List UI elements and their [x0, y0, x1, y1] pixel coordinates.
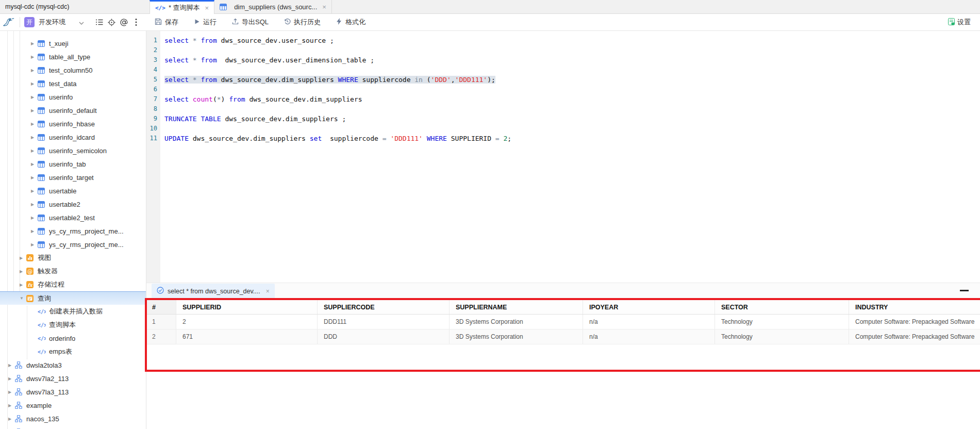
table-cell[interactable]: Technology: [715, 315, 849, 329]
chevron-collapsed-icon[interactable]: ▶: [31, 229, 38, 234]
chevron-expanded-icon[interactable]: ▼: [20, 296, 26, 301]
sidebar-item-cutoff[interactable]: ▶: [0, 425, 146, 429]
chevron-collapsed-icon[interactable]: ▶: [31, 148, 38, 153]
code-line[interactable]: UPDATE dws_source_dev.dim_suppliers set …: [160, 134, 980, 143]
table-row[interactable]: 2671DDD3D Systems Corporationn/aTechnolo…: [147, 329, 980, 344]
chevron-collapsed-icon[interactable]: ▶: [20, 283, 26, 287]
at-link-icon[interactable]: [118, 16, 129, 28]
sidebar-item-test_data[interactable]: ▶test_data: [0, 77, 146, 90]
chevron-collapsed-icon[interactable]: ▶: [8, 390, 15, 394]
sidebar-item-查询[interactable]: ▼查询: [0, 291, 146, 305]
sidebar-item-userinfo_default[interactable]: ▶userinfo_default: [0, 104, 146, 117]
chevron-collapsed-icon[interactable]: ▶: [31, 55, 38, 59]
sidebar-item-dwsla2tola3[interactable]: ▶dwsla2tola3: [0, 358, 146, 372]
sidebar-item-orderinfo[interactable]: </>orderinfo: [0, 332, 146, 345]
sidebar-item-usertable[interactable]: ▶usertable: [0, 184, 146, 197]
chevron-collapsed-icon[interactable]: ▶: [31, 68, 38, 73]
sidebar-item-userinfo_semicolon[interactable]: ▶userinfo_semicolon: [0, 144, 146, 157]
sidebar-item-视图[interactable]: ▶视图: [0, 251, 146, 265]
chevron-collapsed-icon[interactable]: ▶: [31, 41, 38, 46]
chevron-collapsed-icon[interactable]: ▶: [8, 417, 15, 421]
sidebar-item-userinfo_target[interactable]: ▶userinfo_target: [0, 171, 146, 184]
column-header[interactable]: SUPPLIERID: [176, 300, 317, 314]
chevron-collapsed-icon[interactable]: ▶: [20, 269, 26, 274]
chevron-collapsed-icon[interactable]: ▶: [31, 162, 38, 167]
code-area[interactable]: select * from dws_source_dev.user_source…: [160, 31, 980, 283]
table-cell[interactable]: 3D Systems Corporation: [449, 329, 583, 344]
sidebar-item-dwsv7la2_113[interactable]: ▶dwsv7la2_113: [0, 372, 146, 385]
sidebar-item-ys_cy_rms_project_me...[interactable]: ▶ys_cy_rms_project_me...: [0, 238, 146, 251]
close-icon[interactable]: ×: [322, 3, 326, 11]
sidebar-item-nacos_135[interactable]: ▶nacos_135: [0, 412, 146, 425]
table-cell[interactable]: DDD111: [317, 315, 449, 329]
chevron-collapsed-icon[interactable]: ▶: [31, 189, 38, 193]
sidebar-item-dwsv7la3_113[interactable]: ▶dwsv7la3_113: [0, 385, 146, 399]
code-line[interactable]: [160, 65, 980, 75]
column-header[interactable]: #: [147, 300, 176, 314]
env-selector[interactable]: 开发环境: [39, 18, 65, 27]
close-icon[interactable]: ×: [266, 288, 270, 295]
sidebar-item-查询脚本[interactable]: </>查询脚本: [0, 318, 146, 332]
chevron-collapsed-icon[interactable]: ▶: [31, 108, 38, 113]
sidebar-item-触发器[interactable]: ▶@触发器: [0, 265, 146, 278]
column-header[interactable]: SUPPLIERCODE: [317, 300, 449, 314]
chevron-collapsed-icon[interactable]: ▶: [31, 216, 38, 220]
table-cell[interactable]: n/a: [583, 315, 715, 329]
sidebar-item-userinfo_idcard[interactable]: ▶userinfo_idcard: [0, 130, 146, 144]
sidebar-item-usertable2[interactable]: ▶usertable2: [0, 197, 146, 211]
table-cell[interactable]: 2: [176, 315, 317, 329]
sidebar-item-table_all_type[interactable]: ▶table_all_type: [0, 50, 146, 63]
code-line[interactable]: [160, 45, 980, 55]
table-cell[interactable]: Computer Software: Prepackaged Software: [849, 315, 980, 329]
sidebar-item-ys_cy_rms_project_me...[interactable]: ▶ys_cy_rms_project_me...: [0, 224, 146, 238]
column-header[interactable]: SECTOR: [715, 300, 849, 314]
chevron-collapsed-icon[interactable]: ▶: [8, 376, 15, 381]
locate-target-icon[interactable]: [106, 16, 117, 28]
chevron-down-icon[interactable]: [79, 18, 84, 27]
table-cell[interactable]: 2: [147, 329, 176, 344]
table-cell[interactable]: 1: [147, 315, 176, 329]
chevron-collapsed-icon[interactable]: ▶: [8, 403, 15, 408]
sidebar-item-userinfo_tab[interactable]: ▶userinfo_tab: [0, 157, 146, 171]
list-icon[interactable]: [93, 16, 105, 28]
settings-button[interactable]: 设置: [948, 14, 971, 30]
tab-query-script[interactable]: </> * 查询脚本 ×: [150, 0, 214, 14]
sidebar-item-创建表并插入数据[interactable]: </>创建表并插入数据: [0, 305, 146, 318]
chevron-collapsed-icon[interactable]: ▶: [31, 95, 38, 100]
kebab-menu-icon[interactable]: [130, 16, 142, 28]
sidebar-item-userinfo[interactable]: ▶userinfo: [0, 90, 146, 104]
run-button[interactable]: 运行: [194, 18, 217, 27]
column-header[interactable]: IPOYEAR: [583, 300, 715, 314]
sql-editor[interactable]: 1234567891011 select * from dws_source_d…: [146, 31, 980, 283]
table-cell[interactable]: 671: [176, 329, 317, 344]
collapse-results-button[interactable]: [960, 290, 969, 291]
code-line[interactable]: [160, 124, 980, 134]
chevron-collapsed-icon[interactable]: ▶: [31, 242, 38, 247]
save-button[interactable]: 保存: [155, 18, 178, 27]
sidebar-item-userinfo_hbase[interactable]: ▶userinfo_hbase: [0, 117, 146, 130]
code-line[interactable]: select * from dws_source_dev.dim_supplie…: [160, 75, 980, 85]
sidebar-item-存储过程[interactable]: ▶fx存储过程: [0, 278, 146, 291]
sidebar-item-emps表[interactable]: </>emps表: [0, 345, 146, 358]
history-button[interactable]: 执行历史: [284, 18, 321, 27]
sidebar-item-test_column50[interactable]: ▶test_column50: [0, 63, 146, 77]
column-header[interactable]: INDUSTRY: [849, 300, 980, 314]
chevron-collapsed-icon[interactable]: ▶: [31, 175, 38, 180]
table-cell[interactable]: n/a: [583, 329, 715, 344]
chevron-collapsed-icon[interactable]: ▶: [31, 81, 38, 86]
table-cell[interactable]: Computer Software: Prepackaged Software: [849, 329, 980, 344]
table-cell[interactable]: DDD: [317, 329, 449, 344]
table-cell[interactable]: Technology: [715, 329, 849, 344]
chevron-collapsed-icon[interactable]: ▶: [8, 363, 15, 368]
sidebar-item-example[interactable]: ▶example: [0, 399, 146, 412]
table-cell[interactable]: 3D Systems Corporation: [449, 315, 583, 329]
column-header[interactable]: SUPPLIERNAME: [449, 300, 583, 314]
code-line[interactable]: select count(*) from dws_source_dev.dim_…: [160, 94, 980, 104]
code-line[interactable]: [160, 104, 980, 114]
table-row[interactable]: 12DDD1113D Systems Corporationn/aTechnol…: [147, 315, 980, 329]
chevron-collapsed-icon[interactable]: ▶: [20, 256, 26, 260]
code-line[interactable]: select * from dws_source_dev.user_source…: [160, 36, 980, 45]
format-button[interactable]: 格式化: [336, 18, 366, 27]
chevron-collapsed-icon[interactable]: ▶: [31, 122, 38, 126]
close-icon[interactable]: ×: [205, 4, 209, 12]
